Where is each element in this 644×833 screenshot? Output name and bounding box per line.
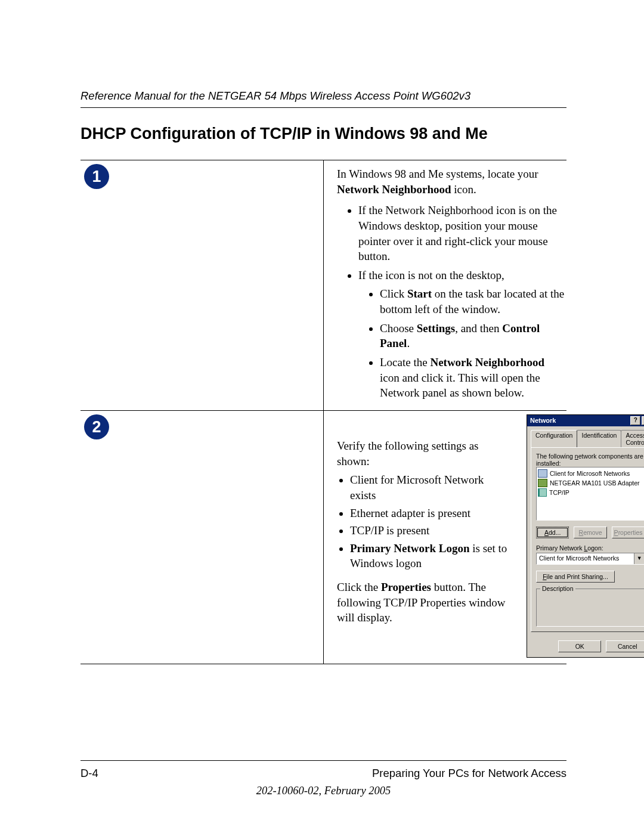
text: emove xyxy=(583,529,602,536)
step-marker-cell: 2 xyxy=(80,411,324,664)
text: Choose xyxy=(380,322,417,335)
list-item: If the Network Neighborhood icon is on t… xyxy=(358,203,566,264)
cancel-button[interactable]: Cancel xyxy=(606,640,644,652)
step2-after: Click the Properties button. The followi… xyxy=(337,580,510,625)
remove-button[interactable]: Remove xyxy=(574,527,606,538)
primary-logon-dropdown[interactable]: Client for Microsoft Networks ▼ xyxy=(536,553,644,565)
text: dd... xyxy=(549,529,561,536)
description-label: Description xyxy=(540,585,575,592)
list-item: Choose Settings, and then Control Panel. xyxy=(380,321,566,351)
text: The following xyxy=(536,453,575,460)
list-item: Primary Network Logon is set to Windows … xyxy=(350,541,510,571)
text: . xyxy=(407,337,410,349)
close-button[interactable]: ✕ xyxy=(642,416,644,425)
step-1-body: In Windows 98 and Me systems, locate you… xyxy=(324,160,567,410)
chevron-down-icon[interactable]: ▼ xyxy=(634,553,644,564)
dialog-titlebar[interactable]: Network ? ✕ xyxy=(527,415,644,426)
text-bold: Properties xyxy=(381,581,431,593)
dialog-title: Network xyxy=(529,417,629,424)
list-item-label: NETGEAR MA101 USB Adapter xyxy=(550,479,640,487)
text: roperties xyxy=(618,529,643,536)
accesskey: P xyxy=(614,529,618,536)
verify-list: Client for Microsoft Network exists Ethe… xyxy=(337,472,510,571)
tab-access-control[interactable]: Access Control xyxy=(621,430,644,447)
step-number-1: 1 xyxy=(84,164,109,189)
components-listbox[interactable]: Client for Microsoft Networks NETGEAR MA… xyxy=(536,467,644,521)
text: , and then xyxy=(455,322,502,335)
ok-button[interactable]: OK xyxy=(558,640,601,652)
text-bold: Network Neighborhood xyxy=(430,356,544,368)
footer-rule xyxy=(80,760,566,761)
text: Primary Network xyxy=(536,544,584,552)
text: icon and click it. This will open the Ne… xyxy=(380,371,540,400)
client-icon xyxy=(538,469,547,478)
dialog-footer-buttons: OK Cancel xyxy=(527,636,644,657)
doc-info: 202-10060-02, February 2005 xyxy=(80,785,566,797)
text: Click xyxy=(380,287,407,300)
text: icon. xyxy=(451,183,476,196)
description-group: Description xyxy=(536,589,644,627)
step-marker-cell: 1 xyxy=(80,160,324,410)
text-bold: Settings xyxy=(417,322,455,335)
component-buttons: Add... Remove Properties xyxy=(536,527,644,538)
tab-identification[interactable]: Identification xyxy=(577,430,621,447)
text: If the icon is not on the desktop, xyxy=(358,269,504,281)
text: Click the xyxy=(337,581,381,593)
list-item: Locate the Network Neighborhood icon and… xyxy=(380,355,566,401)
accesskey: A xyxy=(544,529,549,536)
list-item: Client for Microsoft Network exists xyxy=(350,472,510,503)
page-number: D-4 xyxy=(80,767,98,780)
header-rule xyxy=(80,107,566,108)
text-bold: Start xyxy=(407,287,432,300)
file-print-sharing-button[interactable]: File and Print Sharing... xyxy=(536,571,615,583)
list-item: If the icon is not on the desktop, Click… xyxy=(358,268,566,401)
properties-button[interactable]: Properties xyxy=(612,527,644,538)
add-button[interactable]: Add... xyxy=(536,527,569,538)
list-item-label: Client for Microsoft Networks xyxy=(550,470,630,477)
step1-bullets: If the Network Neighborhood icon is on t… xyxy=(337,203,566,401)
dialog-tabs: Configuration Identification Access Cont… xyxy=(527,426,644,447)
steps-table: 1 In Windows 98 and Me systems, locate y… xyxy=(80,160,566,664)
section-heading: DHCP Configuration of TCP/IP in Windows … xyxy=(80,125,566,143)
text-bold: Primary Network Logon xyxy=(350,542,470,555)
list-item: Ethernet adapter is present xyxy=(350,506,510,521)
page-footer: D-4 Preparing Your PCs for Network Acces… xyxy=(80,760,566,797)
text-bold: Network Neighborhood xyxy=(337,183,451,196)
list-item[interactable]: NETGEAR MA101 USB Adapter xyxy=(538,478,643,488)
list-item: Click Start on the task bar located at t… xyxy=(380,286,566,317)
protocol-icon xyxy=(538,488,547,497)
list-item-label: TCP/IP xyxy=(549,489,569,496)
text: ogon: xyxy=(587,544,603,552)
list-item[interactable]: TCP/IP xyxy=(538,488,643,497)
primary-logon-label: Primary Network Logon: xyxy=(536,544,644,552)
step1-sub-bullets: Click Start on the task bar located at t… xyxy=(358,286,566,400)
adapter-icon xyxy=(538,479,547,487)
text: Locate the xyxy=(380,356,430,368)
list-item: TCP/IP is present xyxy=(350,523,510,538)
network-dialog: Network ? ✕ Configuration Identification… xyxy=(527,414,644,658)
text: ile and Print Sharing... xyxy=(547,573,608,580)
components-label: The following network components are ins… xyxy=(536,453,644,467)
help-button[interactable]: ? xyxy=(630,416,640,425)
step-number-2: 2 xyxy=(84,414,109,439)
chapter-title: Preparing Your PCs for Network Access xyxy=(372,767,566,780)
list-item[interactable]: Client for Microsoft Networks xyxy=(538,469,643,478)
dropdown-value: Client for Microsoft Networks xyxy=(537,553,634,564)
tab-configuration[interactable]: Configuration xyxy=(531,430,577,447)
configuration-panel: The following network components are ins… xyxy=(531,447,644,632)
step1-intro: In Windows 98 and Me systems, locate you… xyxy=(337,166,566,197)
text: In Windows 98 and Me systems, locate you… xyxy=(337,168,538,180)
running-head: Reference Manual for the NETGEAR 54 Mbps… xyxy=(80,89,566,103)
document-page: Reference Manual for the NETGEAR 54 Mbps… xyxy=(0,0,644,833)
verify-intro: Verify the following settings as shown: xyxy=(337,438,510,469)
step2-instructions: Verify the following settings as shown: … xyxy=(337,414,510,658)
step-2-body: Verify the following settings as shown: … xyxy=(324,411,567,664)
